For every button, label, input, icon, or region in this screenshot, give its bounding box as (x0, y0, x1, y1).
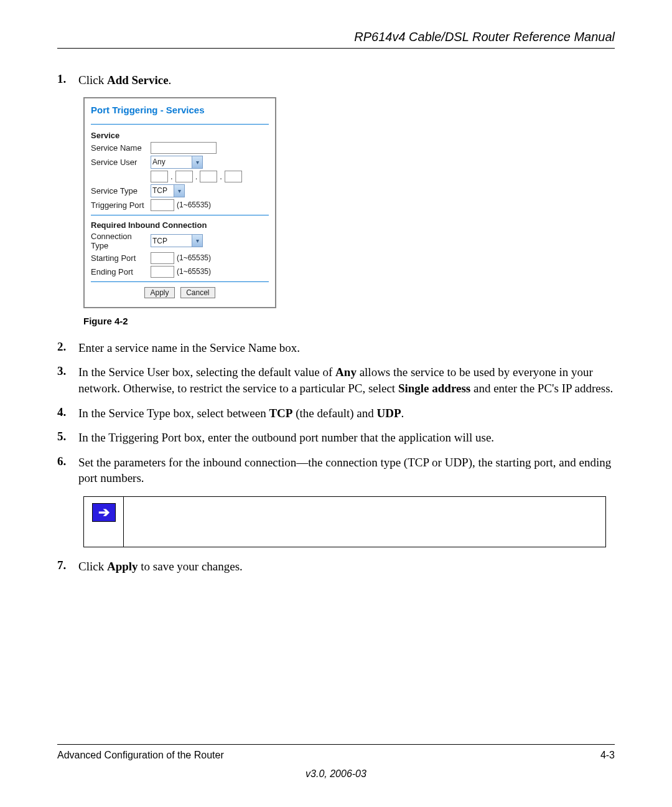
apply-button[interactable]: Apply (144, 287, 174, 298)
service-section-header: Service (91, 130, 269, 140)
service-type-select[interactable]: TCP ▾ (151, 184, 185, 197)
step-5-number: 5. (57, 430, 78, 446)
cancel-button[interactable]: Cancel (180, 287, 215, 298)
figure-caption: Figure 4-2 (83, 316, 615, 326)
step-4: 4. In the Service Type box, select betwe… (57, 405, 615, 422)
step-1-post: . (169, 73, 172, 87)
step-3-post: and enter the PC's IP address. (470, 382, 613, 395)
step-4-number: 4. (57, 405, 78, 422)
step-3: 3. In the Service User box, selecting th… (57, 364, 615, 396)
connection-type-value: TCP (152, 237, 167, 245)
ip-address-row: . . . (151, 171, 269, 182)
dialog-button-row: Apply Cancel (91, 287, 269, 298)
step-7-body: Click Apply to save your changes. (78, 559, 615, 575)
step-1-number: 1. (57, 72, 78, 88)
step-2-body: Enter a service name in the Service Name… (78, 340, 615, 356)
step-4-bold-tcp: TCP (269, 407, 292, 420)
step-4-pre: In the Service Type box, select between (78, 407, 269, 420)
step-6: 6. Set the parameters for the inbound co… (57, 455, 615, 486)
step-7-pre: Click (78, 560, 107, 573)
step-2: 2. Enter a service name in the Service N… (57, 340, 615, 356)
service-name-input[interactable] (151, 142, 217, 154)
starting-port-input[interactable] (151, 252, 174, 264)
step-3-number: 3. (57, 364, 78, 396)
ending-port-input[interactable] (151, 266, 174, 278)
chevron-down-icon: ▾ (192, 156, 202, 168)
service-user-value: Any (152, 158, 166, 166)
step-1: 1. Click Add Service. (57, 72, 615, 88)
step-5: 5. In the Triggering Port box, enter the… (57, 430, 615, 446)
step-7: 7. Click Apply to save your changes. (57, 559, 615, 575)
step-2-number: 2. (57, 340, 78, 356)
ending-port-row: Ending Port (1~65535) (91, 266, 269, 278)
footer-row: Advanced Configuration of the Router 4-3 (57, 750, 615, 761)
port-triggering-dialog: Port Triggering - Services Service Servi… (83, 97, 276, 308)
triggering-port-row: Triggering Port (1~65535) (91, 199, 269, 211)
doc-header-title: RP614v4 Cable/DSL Router Reference Manua… (57, 30, 615, 44)
step-1-body: Click Add Service. (78, 72, 615, 88)
ending-port-label: Ending Port (91, 267, 151, 276)
section-separator (91, 281, 269, 282)
service-type-row: Service Type TCP ▾ (91, 184, 269, 197)
step-7-bold-apply: Apply (107, 560, 138, 573)
dot: . (220, 172, 222, 181)
section-separator (91, 215, 269, 215)
starting-port-row: Starting Port (1~65535) (91, 252, 269, 264)
ending-port-hint: (1~65535) (177, 267, 211, 276)
header-rule (57, 48, 615, 49)
footer-page-number: 4-3 (600, 750, 615, 761)
service-name-label: Service Name (91, 143, 151, 153)
page-footer: Advanced Configuration of the Router 4-3… (57, 744, 615, 780)
step-6-number: 6. (57, 455, 78, 486)
step-3-pre: In the Service User box, selecting the d… (78, 366, 335, 379)
step-4-bold-udp: UDP (377, 407, 401, 420)
connection-type-select[interactable]: TCP ▾ (151, 234, 203, 247)
connection-type-label: Connection Type (91, 232, 151, 250)
service-user-row: Service User Any ▾ (91, 156, 269, 169)
step-1-bold: Add Service (107, 73, 169, 87)
step-4-body: In the Service Type box, select between … (78, 405, 615, 422)
starting-port-hint: (1~65535) (177, 253, 211, 262)
step-4-post: . (401, 407, 404, 420)
step-3-bold-any: Any (335, 366, 357, 379)
ip-octet-1-input[interactable] (151, 171, 168, 182)
dot: . (195, 172, 198, 181)
arrow-right-icon: ➔ (92, 503, 116, 522)
ip-octet-4-input[interactable] (225, 171, 242, 182)
note-icon-cell: ➔ (84, 497, 124, 547)
footer-rule (57, 744, 615, 745)
chevron-down-icon: ▾ (174, 185, 184, 197)
step-7-number: 7. (57, 559, 78, 575)
step-6-body: Set the parameters for the inbound conne… (78, 455, 615, 486)
triggering-port-label: Triggering Port (91, 201, 151, 210)
dialog-title: Port Triggering - Services (91, 102, 269, 125)
step-3-body: In the Service User box, selecting the d… (78, 364, 615, 396)
step-5-body: In the Triggering Port box, enter the ou… (78, 430, 615, 446)
step-3-bold-single: Single address (398, 382, 470, 395)
footer-section-title: Advanced Configuration of the Router (57, 750, 224, 761)
note-box: ➔ (83, 496, 606, 547)
step-1-pre: Click (78, 73, 107, 87)
chevron-down-icon: ▾ (192, 235, 202, 247)
ip-octet-3-input[interactable] (200, 171, 217, 182)
footer-version: v3.0, 2006-03 (57, 768, 615, 780)
note-body (124, 497, 605, 547)
step-7-post: to save your changes. (138, 560, 243, 573)
starting-port-label: Starting Port (91, 253, 151, 263)
service-user-select[interactable]: Any ▾ (151, 156, 203, 169)
service-type-value: TCP (152, 186, 167, 195)
dialog-screenshot: Port Triggering - Services Service Servi… (83, 97, 615, 308)
triggering-port-hint: (1~65535) (177, 201, 211, 209)
triggering-port-input[interactable] (151, 199, 174, 211)
dot: . (170, 172, 173, 181)
service-type-label: Service Type (91, 186, 151, 196)
service-user-label: Service User (91, 158, 151, 167)
inbound-section-header: Required Inbound Connection (91, 219, 269, 230)
service-name-row: Service Name (91, 142, 269, 154)
ip-octet-2-input[interactable] (175, 171, 193, 182)
connection-type-row: Connection Type TCP ▾ (91, 232, 269, 250)
step-4-mid: (the default) and (292, 407, 376, 420)
